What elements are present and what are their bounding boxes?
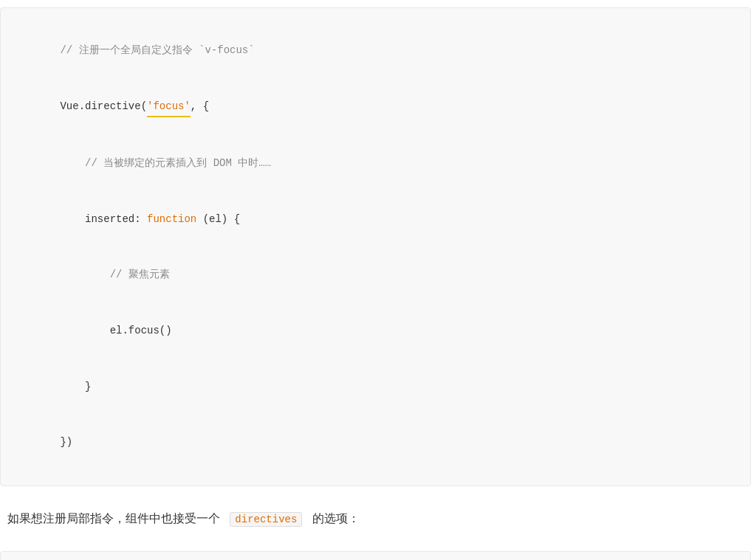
annotation-arrow-2 <box>1 552 750 560</box>
text-paragraph: 如果想注册局部指令，组件中也接受一个 directives 的选项： <box>0 494 751 545</box>
paragraph-after: 的选项： <box>312 512 360 525</box>
code-line: }) <box>23 415 728 471</box>
code-normal: }) <box>60 436 72 448</box>
keyword-function: function <box>147 213 196 225</box>
comment: // 聚焦元素 <box>60 269 169 280</box>
code-line: } <box>23 359 728 415</box>
code-string: 'focus' <box>147 100 191 112</box>
page-container: // 注册一个全局自定义指令 `v-focus` Vue.directive('… <box>0 7 751 560</box>
code-block-1: // 注册一个全局自定义指令 `v-focus` Vue.directive('… <box>0 7 751 486</box>
inline-code-directives: directives <box>230 512 302 527</box>
comment: // 当被绑定的元素插入到 DOM 中时…… <box>60 157 271 169</box>
code-block-2: directives: { focus: { // 指令的定义 inserted… <box>0 551 751 560</box>
code-normal: Vue.directive('focus', { <box>60 100 209 112</box>
paragraph-before: 如果想注册局部指令，组件中也接受一个 <box>7 512 220 525</box>
code-normal: } <box>60 381 91 393</box>
comment: // 注册一个全局自定义指令 `v-focus` <box>60 44 254 56</box>
annotation-arrow-1 <box>1 552 750 560</box>
code-line: // 当被绑定的元素插入到 DOM 中时…… <box>23 136 728 192</box>
code-line: // 聚焦元素 <box>23 247 728 303</box>
code-line: Vue.directive('focus', { <box>23 79 728 136</box>
code-normal: inserted: function (el) { <box>60 213 240 225</box>
code-line: // 注册一个全局自定义指令 `v-focus` <box>23 23 728 79</box>
code-line: el.focus() <box>23 303 728 359</box>
code-line: inserted: function (el) { <box>23 192 728 248</box>
code-normal: el.focus() <box>60 325 171 336</box>
